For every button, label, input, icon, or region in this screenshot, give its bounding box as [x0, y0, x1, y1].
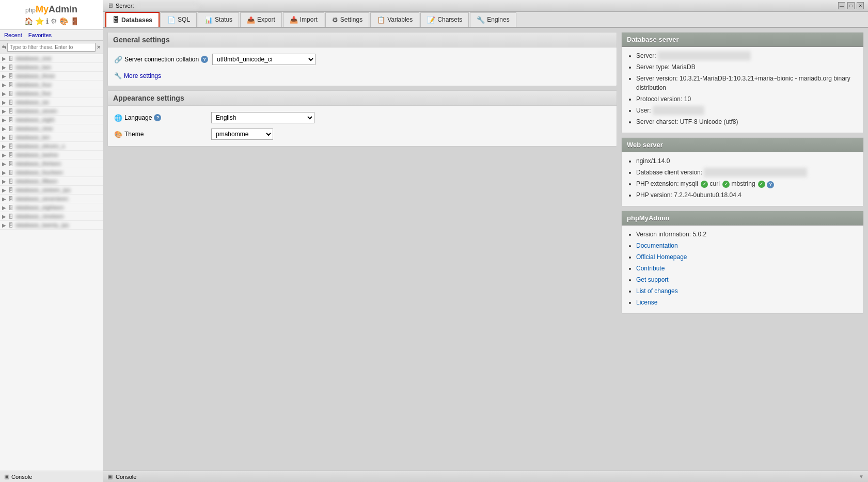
favorites-link[interactable]: Favorites [28, 32, 52, 38]
collation-info-icon[interactable]: ? [201, 56, 208, 63]
list-item[interactable]: ▶ 🗄 database_fourteen [0, 168, 103, 177]
db-client-value [704, 168, 807, 177]
list-item[interactable]: ▶ 🗄 database_five [0, 89, 103, 98]
list-item[interactable]: ▶ 🗄 database_seven [0, 107, 103, 116]
collation-row: 🔗 Server connection collation ? utf8mb4_… [114, 54, 610, 65]
version-value: 5.0.2 [692, 231, 706, 238]
server-type-item: Server type: MariaDB [636, 62, 857, 72]
navbar: 🗄 Databases 📄 SQL 📊 Status 📤 Export 📥 Im… [103, 12, 868, 28]
get-support-link[interactable]: Get support [636, 276, 669, 283]
appearance-settings-header: Appearance settings [108, 91, 617, 106]
sidebar-collapse-btn[interactable]: ⇆ [2, 44, 6, 50]
more-settings-link[interactable]: 🔧 More settings [114, 72, 161, 79]
server-value [136, 3, 198, 9]
appearance-settings-section: Appearance settings 🌐 Language ? English [107, 90, 617, 147]
tab-import-label: Import [300, 16, 318, 23]
tab-sql[interactable]: 📄 SQL [161, 12, 197, 27]
tab-engines[interactable]: 🔧 Engines [470, 12, 516, 27]
server-icon: 🖥 [107, 2, 114, 9]
general-settings-body: 🔗 Server connection collation ? utf8mb4_… [108, 47, 617, 86]
db-name: database_eleven_s [15, 143, 65, 149]
close-btn[interactable]: ✕ [857, 2, 864, 9]
theme-label: 🎨 Theme [114, 131, 207, 138]
database-server-header: Database server [622, 33, 863, 47]
tab-import[interactable]: 📥 Import [283, 12, 324, 27]
db-name: database_six [15, 99, 49, 105]
list-item[interactable]: ▶ 🗄 database_thirteen [0, 159, 103, 168]
console-bar-sidebar[interactable]: ▣ Console [0, 471, 103, 482]
official-homepage-link[interactable]: Official Homepage [636, 253, 687, 261]
sidebar: phpMyAdmin 🏠 ⭐ ℹ ⚙ 🎨 🚪 Recent Favorites … [0, 0, 103, 482]
list-item[interactable]: ▶ 🗄 database_two [0, 63, 103, 72]
db-name: database_eight [15, 117, 54, 123]
server-info-item: Server: [636, 51, 857, 60]
get-support-item: Get support [636, 275, 857, 284]
language-label-text: Language [124, 114, 152, 121]
tab-variables[interactable]: 📋 Variables [370, 12, 419, 27]
theme-row: 🎨 Theme pmahomme [114, 128, 610, 140]
tab-status-label: Status [215, 16, 232, 23]
db-client-item: Database client version: [636, 168, 857, 177]
list-item[interactable]: ▶ 🗄 database_sixteen_ips [0, 186, 103, 195]
language-row: 🌐 Language ? English [114, 112, 610, 123]
home-icon[interactable]: 🏠 [24, 17, 33, 25]
tab-charsets[interactable]: 📝 Charsets [420, 12, 469, 27]
list-item[interactable]: ▶ 🗄 database_twenty_ips [0, 221, 103, 230]
sidebar-filter-input[interactable] [7, 43, 96, 52]
tab-databases[interactable]: 🗄 Databases [105, 12, 160, 27]
db-name: database_nine [15, 125, 53, 132]
list-of-changes-link[interactable]: List of changes [636, 287, 678, 295]
theme-icon[interactable]: 🎨 [59, 17, 68, 25]
maximize-btn[interactable]: □ [847, 2, 855, 9]
logo-icon-row: 🏠 ⭐ ℹ ⚙ 🎨 🚪 [24, 17, 79, 25]
list-item[interactable]: ▶ 🗄 database_eight [0, 116, 103, 124]
php-ext-info-icon[interactable]: ? [767, 181, 774, 188]
php-ext-item: PHP extension: mysqli ✓ curl ✓ mbstring … [636, 179, 857, 188]
recent-link[interactable]: Recent [4, 32, 22, 38]
list-item[interactable]: ▶ 🗄 database_eighteen [0, 203, 103, 212]
list-item[interactable]: ▶ 🗄 database_one [0, 54, 103, 63]
database-server-list: Server: Server type: MariaDB Server vers… [628, 51, 857, 126]
collation-select[interactable]: utf8mb4_unicode_ci [212, 54, 315, 65]
theme-icon-label: 🎨 [114, 131, 122, 138]
settings-tab-icon: ⚙ [332, 16, 338, 24]
logout-icon[interactable]: 🚪 [70, 17, 79, 25]
info-icon[interactable]: ℹ [46, 17, 49, 25]
list-item[interactable]: ▶ 🗄 database_twelve [0, 151, 103, 159]
collapse-btn[interactable]: ▼ [859, 474, 864, 479]
tab-settings[interactable]: ⚙ Settings [325, 12, 369, 27]
tab-export[interactable]: 📤 Export [240, 12, 282, 27]
protocol-item: Protocol version: 10 [636, 94, 857, 104]
theme-label-text: Theme [124, 131, 144, 138]
list-item[interactable]: ▶ 🗄 database_fifteen [0, 177, 103, 186]
language-select[interactable]: English [211, 112, 314, 123]
db-name: database_twelve [15, 152, 58, 158]
language-info-icon[interactable]: ? [154, 114, 161, 121]
status-icon: 📊 [204, 16, 213, 24]
settings-icon[interactable]: ⚙ [51, 17, 57, 25]
list-item[interactable]: ▶ 🗄 database_nineteen [0, 212, 103, 221]
list-item[interactable]: ▶ 🗄 database_three [0, 72, 103, 81]
logo-admin: Admin [49, 4, 77, 14]
theme-select[interactable]: pmahomme [211, 128, 273, 140]
console-label: Console [11, 474, 32, 480]
license-link[interactable]: License [636, 299, 657, 306]
star-icon[interactable]: ⭐ [35, 17, 44, 25]
list-item[interactable]: ▶ 🗄 database_seventeen [0, 195, 103, 203]
tab-status[interactable]: 📊 Status [198, 12, 239, 27]
server-info-label: Server: [636, 52, 656, 59]
minimize-btn[interactable]: — [838, 2, 845, 9]
sidebar-clear-btn[interactable]: ✕ [97, 44, 101, 50]
console-bar[interactable]: ▣ Console ▼ [103, 471, 868, 482]
charset-label: Server charset: [636, 118, 680, 125]
list-item[interactable]: ▶ 🗄 database_ten [0, 133, 103, 142]
server-version-item: Server version: 10.3.21-MariaDB-1:10.3.2… [636, 74, 857, 92]
documentation-link[interactable]: Documentation [636, 242, 678, 249]
contribute-link[interactable]: Contribute [636, 265, 665, 272]
list-item[interactable]: ▶ 🗄 database_nine [0, 124, 103, 133]
list-item[interactable]: ▶ 🗄 database_eleven_s [0, 142, 103, 151]
web-server-title: Web server [627, 141, 663, 149]
db-client-label: Database client version: [636, 169, 704, 176]
list-item[interactable]: ▶ 🗄 database_six [0, 98, 103, 107]
list-item[interactable]: ▶ 🗄 database_four [0, 81, 103, 89]
